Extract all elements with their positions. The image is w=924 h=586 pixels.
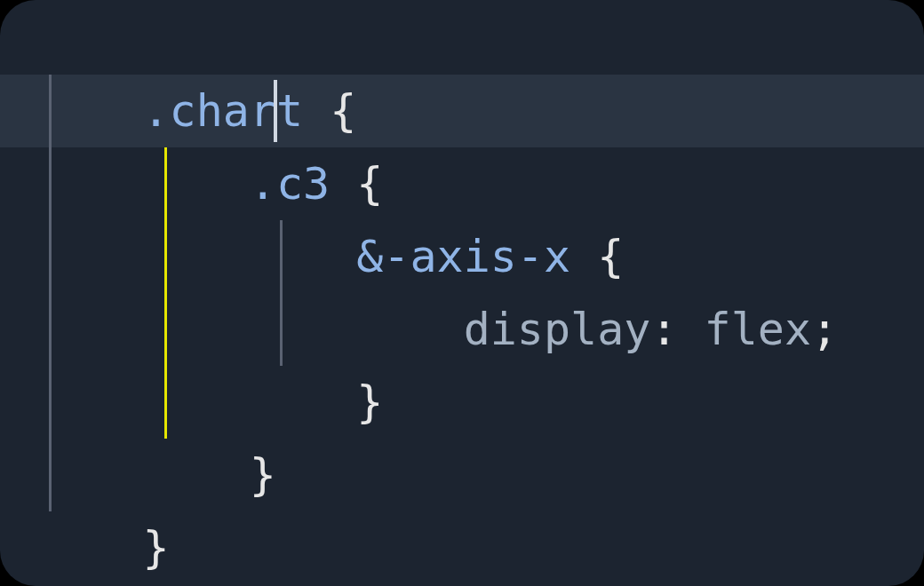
token-punct: } — [142, 522, 169, 574]
token-selector: &-axis-x — [356, 231, 570, 282]
token-punct: { — [330, 158, 383, 210]
code-line-active[interactable]: .c3 { — [0, 75, 924, 147]
token-punct: ; — [811, 304, 838, 355]
token-value: flex — [705, 304, 811, 355]
token-punct: { — [570, 231, 624, 282]
token-punct: } — [356, 376, 383, 428]
token-punct: { — [303, 85, 356, 137]
code-line[interactable]: } — [0, 439, 924, 511]
code-line[interactable]: &-axis-x { — [0, 147, 924, 220]
token-punct: : — [650, 304, 704, 355]
code-editor[interactable]: .chart { .c3 { &-axis-x { display: flex;… — [0, 0, 924, 586]
token-punct: } — [250, 449, 276, 501]
indent-guide — [49, 75, 52, 511]
text-caret — [274, 80, 277, 142]
token-selector: .c3 — [250, 158, 330, 210]
token-selector: .chart — [142, 85, 303, 137]
code-line[interactable]: .chart { — [0, 2, 924, 75]
token-property: display — [464, 304, 651, 355]
code-line[interactable]: } — [0, 366, 924, 439]
